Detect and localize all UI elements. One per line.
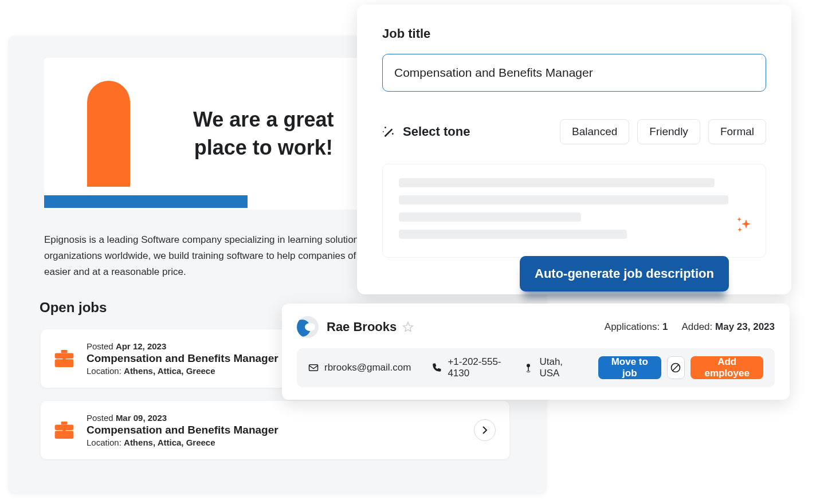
add-employee-button[interactable]: Add employee <box>691 356 763 379</box>
job-location: Location: Athens, Attica, Greece <box>87 438 474 447</box>
applications-meta: Applications: 1 <box>605 321 668 333</box>
job-title-label: Job title <box>382 26 766 41</box>
svg-point-12 <box>527 364 530 367</box>
candidate-location: Utah, USA <box>523 356 572 379</box>
accent-bar <box>44 195 248 208</box>
skeleton-line <box>399 178 715 187</box>
svg-rect-13 <box>528 367 529 372</box>
skeleton-line <box>399 195 728 204</box>
job-arrow-button[interactable] <box>474 419 496 441</box>
hero-title-line1: We are a great <box>193 108 334 131</box>
svg-point-10 <box>383 131 384 132</box>
avatar <box>297 316 319 338</box>
description-preview <box>382 164 766 258</box>
company-logo <box>87 81 130 187</box>
svg-rect-4 <box>61 422 68 424</box>
auto-generate-button[interactable]: Auto-generate job description <box>520 256 729 292</box>
star-icon[interactable] <box>402 321 414 333</box>
skeleton-line <box>399 230 627 239</box>
svg-point-8 <box>385 127 386 128</box>
job-title: Compensation and Benefits Manager <box>87 424 474 436</box>
location-pin-icon <box>523 363 533 373</box>
candidate-phone: +1-202-555-4130 <box>431 356 503 379</box>
added-meta: Added: May 23, 2023 <box>681 321 775 333</box>
svg-rect-7 <box>62 430 65 432</box>
job-title-modal: Job title Select tone Balanced Friendly … <box>357 5 791 294</box>
candidate-name: Rae Brooks <box>327 320 397 334</box>
tone-formal-button[interactable]: Formal <box>708 119 766 144</box>
move-to-job-button[interactable]: Move to job <box>598 356 661 379</box>
tone-friendly-button[interactable]: Friendly <box>637 119 700 144</box>
job-content: Posted Mar 09, 2023 Compensation and Ben… <box>87 413 474 447</box>
tone-balanced-button[interactable]: Balanced <box>560 119 629 144</box>
svg-rect-0 <box>61 350 68 353</box>
candidate-card: Rae Brooks Applications: 1 Added: May 23… <box>282 304 790 400</box>
svg-point-14 <box>527 371 530 372</box>
sparkle-icon <box>736 216 753 233</box>
job-posted: Posted Mar 09, 2023 <box>87 413 474 423</box>
candidate-info-row: rbrooks@gmail.com +1-202-555-4130 Utah, … <box>297 348 775 387</box>
email-icon <box>308 363 319 373</box>
open-jobs-heading: Open jobs <box>40 300 107 316</box>
svg-line-16 <box>673 365 678 371</box>
candidate-header: Rae Brooks Applications: 1 Added: May 23… <box>297 316 775 338</box>
svg-rect-11 <box>309 365 318 371</box>
svg-rect-5 <box>55 424 74 430</box>
phone-icon <box>431 363 442 373</box>
block-icon <box>670 362 681 373</box>
svg-point-9 <box>392 133 394 135</box>
candidate-email: rbrooks@gmail.com <box>308 362 411 373</box>
svg-rect-1 <box>55 353 74 359</box>
briefcase-icon <box>54 422 74 439</box>
hero-title: We are a great place to work! <box>193 106 334 162</box>
svg-rect-3 <box>62 358 65 361</box>
block-button[interactable] <box>667 356 685 379</box>
tone-label: Select tone <box>403 124 470 139</box>
job-title-input[interactable] <box>382 54 766 92</box>
chevron-right-icon <box>482 426 488 435</box>
job-card[interactable]: Posted Mar 09, 2023 Compensation and Ben… <box>41 401 509 459</box>
magic-wand-icon <box>382 125 395 138</box>
briefcase-icon <box>54 350 74 367</box>
tone-row: Select tone Balanced Friendly Formal <box>382 119 766 144</box>
skeleton-line <box>399 212 581 222</box>
hero-title-line2: place to work! <box>194 136 333 159</box>
